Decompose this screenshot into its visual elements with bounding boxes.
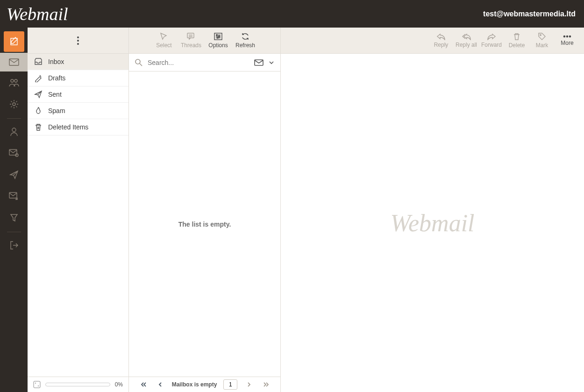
brand-logo: Webmail — [7, 5, 68, 23]
folder-inbox[interactable]: Inbox — [28, 54, 128, 70]
page-input[interactable] — [223, 379, 237, 390]
search-input[interactable] — [148, 59, 249, 66]
preview-toolbar: Reply Reply all Forward Delete Mark More — [281, 28, 584, 54]
nav-share-mail[interactable] — [4, 186, 24, 207]
nav-contacts[interactable] — [4, 72, 24, 93]
svg-point-12 — [35, 383, 36, 384]
reply-all-button[interactable]: Reply all — [454, 33, 478, 48]
flame-icon — [34, 107, 43, 115]
nav-settings[interactable] — [4, 94, 24, 114]
svg-rect-0 — [9, 59, 19, 65]
watermark: Webmail — [390, 209, 474, 237]
chevron-down-icon[interactable] — [268, 59, 275, 66]
options-button[interactable]: Options — [206, 32, 230, 49]
empty-message: The list is empty. — [178, 221, 231, 228]
folder-label: Deleted Items — [48, 123, 88, 131]
inbox-icon — [34, 57, 43, 66]
page-prev[interactable] — [155, 379, 165, 390]
svg-point-19 — [135, 59, 140, 64]
reply-icon — [436, 33, 446, 40]
trash-icon — [513, 32, 521, 41]
select-button[interactable]: Select — [152, 32, 176, 49]
compose-icon — [9, 36, 19, 47]
svg-point-21 — [540, 35, 541, 36]
svg-rect-11 — [34, 381, 40, 388]
rail-divider-2 — [7, 232, 21, 232]
folder-list: Inbox Drafts Sent Spam Deleted Items — [28, 54, 128, 377]
folder-label: Sent — [48, 91, 62, 98]
refresh-icon — [241, 32, 250, 41]
message-list-panel: Select Threads Options Refresh The list … — [129, 28, 281, 392]
page-status: Mailbox is empty — [172, 381, 217, 388]
search-icon — [135, 58, 143, 67]
folder-spam[interactable]: Spam — [28, 103, 128, 119]
delete-button[interactable]: Delete — [505, 32, 529, 49]
trash-icon — [34, 123, 43, 131]
folder-label: Drafts — [48, 74, 65, 82]
nav-filter[interactable] — [4, 207, 24, 228]
gear-icon — [9, 100, 19, 109]
storage-icon — [33, 381, 41, 388]
quota-bar: 0% — [28, 377, 128, 392]
svg-point-3 — [13, 103, 15, 106]
nav-send[interactable] — [4, 164, 24, 185]
page-next[interactable] — [244, 379, 254, 390]
mail-icon — [9, 58, 19, 66]
compose-button[interactable] — [4, 31, 24, 52]
svg-rect-20 — [255, 60, 263, 65]
folder-panel: Inbox Drafts Sent Spam Deleted Items 0% — [28, 28, 129, 392]
threads-icon — [186, 32, 196, 41]
preview-panel: Reply Reply all Forward Delete Mark More… — [281, 28, 584, 392]
search-row — [129, 54, 280, 71]
forward-icon — [487, 33, 496, 40]
mail-icon[interactable] — [254, 59, 264, 66]
svg-point-2 — [14, 79, 17, 82]
svg-point-9 — [77, 40, 78, 41]
page-first[interactable] — [138, 379, 149, 390]
list-toolbar: Select Threads Options Refresh — [129, 28, 280, 54]
tag-icon — [538, 32, 546, 41]
svg-point-8 — [77, 36, 78, 38]
more-button[interactable]: More — [555, 35, 579, 46]
sliders-icon — [214, 32, 223, 41]
nav-rail — [0, 28, 28, 392]
nav-mail[interactable] — [0, 53, 28, 71]
paper-plane-icon — [9, 170, 19, 179]
svg-point-1 — [11, 79, 14, 82]
svg-rect-7 — [9, 192, 17, 198]
reply-all-icon — [461, 33, 471, 40]
people-icon — [9, 78, 19, 87]
nav-logout[interactable] — [4, 235, 24, 256]
cursor-icon — [159, 32, 169, 41]
quota-percent: 0% — [115, 381, 123, 388]
user-email[interactable]: test@webmastermedia.ltd — [483, 10, 576, 18]
folder-sent[interactable]: Sent — [28, 86, 128, 103]
folder-deleted[interactable]: Deleted Items — [28, 119, 128, 135]
nav-profile[interactable] — [4, 121, 24, 142]
svg-point-24 — [569, 36, 570, 37]
folder-drafts[interactable]: Drafts — [28, 70, 128, 86]
mark-button[interactable]: Mark — [530, 32, 554, 49]
page-last[interactable] — [261, 379, 271, 390]
funnel-icon — [10, 214, 18, 222]
svg-point-10 — [77, 43, 78, 44]
svg-point-22 — [563, 36, 565, 37]
folder-label: Spam — [48, 107, 65, 114]
refresh-button[interactable]: Refresh — [233, 32, 257, 49]
folder-label: Inbox — [48, 58, 64, 65]
reply-button[interactable]: Reply — [429, 33, 453, 48]
dots-icon — [563, 35, 572, 38]
rail-divider — [7, 118, 21, 119]
pencil-icon — [34, 74, 43, 82]
nav-mail-settings[interactable] — [4, 143, 24, 164]
message-list: The list is empty. — [129, 71, 280, 377]
forward-button[interactable]: Forward — [479, 33, 504, 48]
mail-gear-icon — [9, 149, 19, 157]
folder-menu-button[interactable] — [28, 28, 128, 54]
threads-button[interactable]: Threads — [179, 32, 203, 49]
header: Webmail test@webmastermedia.ltd — [0, 0, 584, 28]
paper-plane-icon — [34, 90, 43, 99]
logout-icon — [9, 241, 19, 250]
preview-body: Webmail — [281, 54, 584, 392]
vertical-dots-icon — [77, 36, 79, 45]
